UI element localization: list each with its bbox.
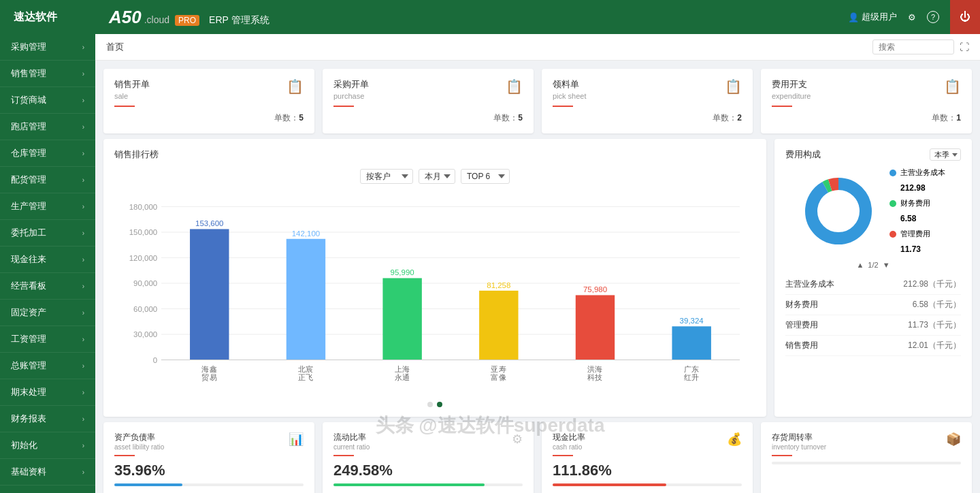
bottom-card-3[interactable]: 📦 存货周转率 inventory turnover xyxy=(761,422,972,493)
next-icon[interactable]: ▼ xyxy=(883,261,890,269)
card-subtitle-1: purchase xyxy=(333,92,523,100)
settings-icon[interactable]: ⚙ xyxy=(908,12,916,22)
quick-card-1[interactable]: 📋 采购开单 purchase 单数：5 xyxy=(323,69,534,133)
dot-2[interactable] xyxy=(437,402,442,407)
sidebar-item-financial-reports[interactable]: 财务报表› xyxy=(0,406,95,432)
app-logo: 速达软件 xyxy=(14,10,95,25)
bottom-card-0[interactable]: 📊 资产负债率 asset libility ratio 35.96% xyxy=(103,422,314,493)
svg-text:广东: 广东 xyxy=(684,365,700,373)
sidebar-label: 基础资料 xyxy=(11,466,46,478)
sidebar-chevron: › xyxy=(82,415,84,423)
legend-value-3: 11.73 xyxy=(900,244,945,254)
sidebar-item-system-settings[interactable]: 系统设置› xyxy=(0,486,95,493)
bottom-card-progress-0 xyxy=(114,483,304,486)
help-icon[interactable]: ? xyxy=(927,11,939,23)
sidebar-item-sales-mgmt[interactable]: 销售管理› xyxy=(0,61,95,87)
bottom-card-2[interactable]: 💰 现金比率 cash ratio 111.86% xyxy=(542,422,753,493)
sidebar-item-distribution-mgmt[interactable]: 配货管理› xyxy=(0,167,95,193)
bottom-card-value-0: 35.96% xyxy=(114,462,304,479)
sidebar-item-store-mgmt[interactable]: 跑店管理› xyxy=(0,114,95,140)
legend-item-3: 管理费用 xyxy=(889,229,945,239)
cost-label-1: 财务费用 xyxy=(785,295,866,315)
card-subtitle-2: pick sheet xyxy=(553,92,742,100)
dot-1[interactable] xyxy=(427,402,433,407)
svg-text:60,000: 60,000 xyxy=(133,305,157,313)
sidebar-label: 财务报表 xyxy=(11,413,46,425)
cost-label-3: 销售费用 xyxy=(785,336,866,356)
card-divider-1 xyxy=(333,106,354,107)
svg-rect-26 xyxy=(479,291,518,360)
svg-text:富像: 富像 xyxy=(491,374,506,382)
sidebar-label: 初始化 xyxy=(11,439,37,451)
cost-label-0: 主营业务成本 xyxy=(785,274,866,295)
prev-icon[interactable]: ▲ xyxy=(856,261,864,269)
sidebar-item-basic-data[interactable]: 基础资料› xyxy=(0,459,95,486)
sidebar-item-order-mall[interactable]: 订货商城› xyxy=(0,87,95,114)
bottom-card-1[interactable]: ⚙ 流动比率 current ratio 249.58% xyxy=(323,422,534,493)
search-input[interactable] xyxy=(872,39,954,54)
legend-dot-2 xyxy=(889,200,896,207)
card-count-0: 单数：5 xyxy=(114,112,304,124)
sidebar-item-fixed-assets[interactable]: 固定资产› xyxy=(0,300,95,326)
sidebar-item-outsource-mgmt[interactable]: 委托加工› xyxy=(0,220,95,246)
power-icon[interactable]: ⏻ xyxy=(950,0,980,34)
sidebar-item-dashboard[interactable]: 经营看板› xyxy=(0,273,95,300)
cost-value-0: 212.98（千元） xyxy=(866,274,961,295)
card-title-0: 销售开单 xyxy=(114,78,304,91)
cost-value-3: 12.01（千元） xyxy=(866,336,961,356)
cost-value-2: 11.73（千元） xyxy=(866,315,961,336)
bottom-card-progress-3 xyxy=(772,462,961,464)
svg-text:0: 0 xyxy=(153,356,157,364)
progress-fill-0 xyxy=(114,483,182,486)
sidebar: 采购管理›销售管理›订货商城›跑店管理›仓库管理›配货管理›生产管理›委托加工›… xyxy=(0,34,95,493)
bottom-card-title-0: 资产负债率 xyxy=(114,432,304,443)
sidebar-label: 现金往来 xyxy=(11,253,46,266)
donut-container: 主营业务成本 212.98 财务费用 6.58 管理费用 11.73 xyxy=(785,168,961,254)
user-info[interactable]: 👤 超级用户 xyxy=(848,11,897,23)
legend-dot-1 xyxy=(889,170,896,176)
bottom-card-value-1: 249.58% xyxy=(333,462,523,479)
sidebar-label: 总账管理 xyxy=(11,360,46,372)
quick-card-0[interactable]: 📋 销售开单 sale 单数：5 xyxy=(103,69,314,133)
card-subtitle-3: expenditure xyxy=(772,92,961,100)
sidebar-item-warehouse-mgmt[interactable]: 仓库管理› xyxy=(0,140,95,167)
fullscreen-icon[interactable]: ⛶ xyxy=(960,42,969,52)
sidebar-label: 仓库管理 xyxy=(11,147,46,159)
sidebar-item-cash-mgmt[interactable]: 现金往来› xyxy=(0,246,95,273)
legend-label-2: 财务费用 xyxy=(900,198,930,208)
card-title-1: 采购开单 xyxy=(333,78,523,91)
sidebar-item-production-mgmt[interactable]: 生产管理› xyxy=(0,193,95,220)
svg-text:科技: 科技 xyxy=(587,374,603,382)
bottom-card-title-2: 现金比率 xyxy=(553,432,742,443)
sidebar-item-payroll-mgmt[interactable]: 工资管理› xyxy=(0,326,95,353)
bottom-card-value-2: 111.86% xyxy=(553,462,742,479)
filter-top-select[interactable]: TOP 6TOP 10TOP 20 xyxy=(461,169,510,184)
sidebar-item-purchase-mgmt[interactable]: 采购管理› xyxy=(0,34,95,61)
legend-item-2: 财务费用 xyxy=(889,198,945,208)
sidebar-item-period-end[interactable]: 期末处理› xyxy=(0,379,95,406)
sales-chart-panel: 销售排行榜 按客户按产品按业务员 本月本季本年 TOP 6TOP 10TOP 2… xyxy=(103,139,766,417)
quick-card-2[interactable]: 📋 领料单 pick sheet 单数：2 xyxy=(542,69,753,133)
filter-period-select[interactable]: 本月本季本年 xyxy=(419,169,455,184)
bottom-card-icon-0: 📊 xyxy=(289,432,304,447)
quick-card-3[interactable]: 📋 费用开支 expenditure 单数：1 xyxy=(761,69,972,133)
sidebar-chevron: › xyxy=(82,123,84,131)
card-icon-1: 📋 xyxy=(506,78,523,95)
svg-rect-30 xyxy=(576,295,615,360)
main-content: 首页 ⛶ 📋 销售开单 sale 单数：5 📋 采购开单 purchase 单数… xyxy=(95,34,980,493)
card-count-2: 单数：2 xyxy=(553,112,742,124)
card-icon-3: 📋 xyxy=(944,78,961,95)
bottom-card-progress-1 xyxy=(333,483,523,486)
cost-period-select[interactable]: 本季本月本年 xyxy=(930,148,961,161)
bottom-card-icon-3: 📦 xyxy=(946,432,961,447)
sidebar-item-initialize[interactable]: 初始化› xyxy=(0,432,95,459)
sidebar-item-ledger-mgmt[interactable]: 总账管理› xyxy=(0,353,95,379)
sidebar-chevron: › xyxy=(82,442,84,449)
bottom-card-icon-1: ⚙ xyxy=(512,432,523,447)
sidebar-chevron: › xyxy=(82,229,84,237)
pagination-text: 1/2 xyxy=(868,261,878,269)
bottom-card-divider-1 xyxy=(333,455,354,456)
svg-text:海鑫: 海鑫 xyxy=(201,365,217,373)
filter-by-select[interactable]: 按客户按产品按业务员 xyxy=(360,169,413,184)
cost-table: 主营业务成本212.98（千元）财务费用6.58（千元）管理费用11.73（千元… xyxy=(785,274,961,356)
